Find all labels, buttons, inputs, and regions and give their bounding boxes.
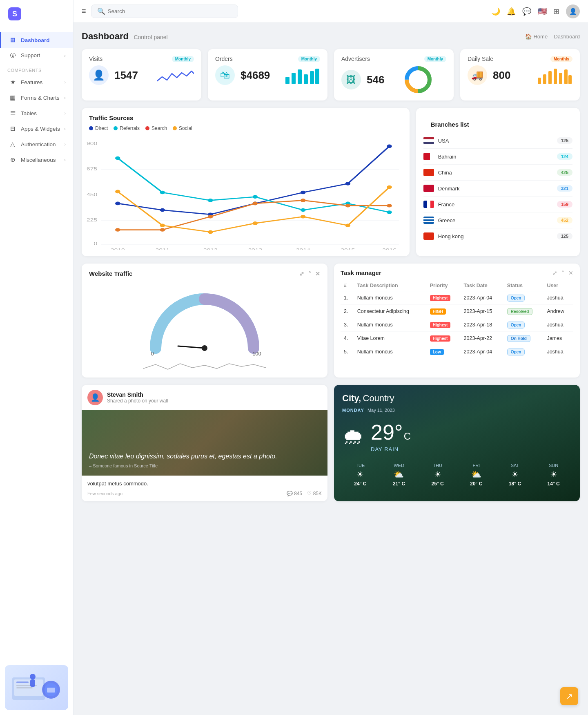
task-desc: Nullam rhoncus xyxy=(354,318,427,332)
stat-card-daily-sale: Daily Sale Monthly 🚚 800 xyxy=(460,49,580,101)
sidebar-item-label: Apps & Widgets xyxy=(21,126,60,132)
gauge-actions: ⤢ ˄ ✕ xyxy=(299,270,320,277)
task-manager-actions: ⤢ ˄ ✕ xyxy=(552,270,573,276)
branches-card: Branches list USA 125 Bahrain 124 Chi xyxy=(416,108,580,256)
branch-name: Denmark xyxy=(438,185,557,192)
social-user-name: Stevan Smith xyxy=(107,391,168,398)
avatar[interactable]: 👤 xyxy=(566,4,580,18)
forecast-temp: 20° C xyxy=(470,481,482,487)
forecast-day-label: TUE xyxy=(356,463,365,468)
weather-desc: DAY RAIN xyxy=(371,446,411,452)
page-header: Dashboard Control panel 🏠 Home – Dashboa… xyxy=(82,31,580,42)
expand-icon[interactable]: ⤢ xyxy=(552,270,557,276)
svg-point-55 xyxy=(301,208,306,212)
task-num: 1. xyxy=(341,291,354,305)
svg-text:2013: 2013 xyxy=(248,248,262,250)
forecast-icon: ☀ xyxy=(356,469,364,479)
sidebar-item-support[interactable]: 🛈 Support › xyxy=(0,48,73,63)
forecast-day: SUN ☀ 14° C xyxy=(535,463,572,487)
referrals-label: Referrals xyxy=(120,125,140,131)
list-item: Denmark 321 xyxy=(423,181,572,197)
sidebar-item-authentication[interactable]: △ Authentication › xyxy=(0,136,73,152)
daily-sale-icon: 🚚 xyxy=(468,65,487,85)
branch-badge: 452 xyxy=(557,217,572,223)
breadcrumb-home[interactable]: Home xyxy=(533,34,548,40)
expand-icon[interactable]: ⤢ xyxy=(299,270,304,277)
flag-icon[interactable]: 🇺🇸 xyxy=(538,7,547,16)
bell-icon[interactable]: 🔔 xyxy=(507,7,516,16)
flag-us xyxy=(423,137,434,144)
stat-card-visits: Visits Monthly 👤 1547 xyxy=(82,49,201,101)
hamburger-icon[interactable]: ≡ xyxy=(82,7,86,16)
task-status: Open xyxy=(504,318,544,332)
search-input[interactable] xyxy=(108,8,232,14)
sidebar-item-forms-charts[interactable]: ▦ Forms & Charts › xyxy=(0,90,73,105)
visits-icon: 👤 xyxy=(89,65,109,85)
sidebar-logo: S xyxy=(0,0,73,28)
svg-point-64 xyxy=(387,204,392,208)
flag-dk xyxy=(423,185,434,192)
task-desc: Nullam rhoncus xyxy=(354,291,427,305)
close-icon[interactable]: ✕ xyxy=(568,270,573,276)
col-desc: Task Description xyxy=(354,280,427,291)
orders-badge: Monthly xyxy=(298,56,320,62)
grid-icon[interactable]: ⊞ xyxy=(553,7,559,16)
social-meta: Few seconds ago 💬 845 ♡ 85K xyxy=(82,489,327,501)
sidebar-item-apps-widgets[interactable]: ⊟ Apps & Widgets › xyxy=(0,121,73,136)
task-manager-header: Task manager ⤢ ˄ ✕ xyxy=(341,269,573,276)
weather-date-row: MONDAY May 11, 2023 xyxy=(342,408,572,413)
referrals-color xyxy=(114,126,118,130)
svg-point-60 xyxy=(208,215,213,219)
social-card: 👤 Stevan Smith Shared a photo on your wa… xyxy=(82,385,327,501)
breadcrumb-sep: – xyxy=(549,34,552,40)
chevron-right-icon: › xyxy=(64,126,66,131)
svg-text:900: 900 xyxy=(87,141,97,146)
table-row: 2. Consectetur Adipiscing HIGH 2023-Apr-… xyxy=(341,305,573,318)
task-user: Joshua xyxy=(543,318,573,332)
search-icon: 🔍 xyxy=(97,7,105,15)
svg-rect-5 xyxy=(16,681,29,683)
logo-icon: S xyxy=(8,7,21,20)
sidebar-item-dashboard[interactable]: ⊞ Dashboard xyxy=(0,32,73,48)
branch-name: Greece xyxy=(438,217,557,223)
search-label: Search xyxy=(151,125,167,131)
weather-day: MONDAY xyxy=(342,408,364,413)
sidebar-item-miscellaneous[interactable]: ⊕ Miscellaneous › xyxy=(0,152,73,168)
search-bar[interactable]: 🔍 xyxy=(91,4,238,18)
forecast-day-label: SUN xyxy=(549,463,558,468)
mini-wave xyxy=(89,360,320,373)
traffic-sources-card: Traffic Sources Direct Referrals Search xyxy=(82,108,410,256)
list-item: Hong kong 125 xyxy=(423,228,572,244)
svg-rect-10 xyxy=(285,77,290,84)
task-priority: Highest xyxy=(427,291,461,305)
task-priority: Highest xyxy=(427,318,461,332)
apps-icon: ⊟ xyxy=(9,125,17,132)
chevron-right-icon: › xyxy=(64,142,66,147)
chevron-right-icon: › xyxy=(64,95,66,100)
advertisers-label: Advertisers xyxy=(341,56,370,62)
chevron-up-icon[interactable]: ˄ xyxy=(308,270,311,277)
flag-gr xyxy=(423,217,434,224)
sidebar-item-tables[interactable]: ☰ Tables › xyxy=(0,105,73,121)
sidebar-item-features[interactable]: ★ Features › xyxy=(0,74,73,90)
branches-list: USA 125 Bahrain 124 China 425 xyxy=(423,133,572,244)
task-table: # Task Description Priority Task Date St… xyxy=(341,280,573,358)
task-status: Open xyxy=(504,345,544,359)
fab-button[interactable]: ↗ xyxy=(560,687,578,705)
page-content: Dashboard Control panel 🏠 Home – Dashboa… xyxy=(74,23,588,715)
branch-badge: 425 xyxy=(557,169,572,176)
svg-rect-7 xyxy=(16,687,33,688)
forecast-day-label: THU xyxy=(433,463,442,468)
social-user-sub: Shared a photo on your wall xyxy=(107,398,168,404)
close-icon[interactable]: ✕ xyxy=(315,270,320,277)
like-count: ♡ 85K xyxy=(307,491,322,496)
table-row: 4. Vitae Lorem Highest 2023-Apr-22 On Ho… xyxy=(341,332,573,345)
social-time: Few seconds ago xyxy=(87,491,122,496)
chevron-up-icon[interactable]: ˄ xyxy=(561,270,564,276)
branches-title: Branches list xyxy=(423,114,572,130)
moon-icon[interactable]: 🌙 xyxy=(491,7,500,16)
chevron-right-icon: › xyxy=(64,53,66,58)
chat-icon[interactable]: 💬 xyxy=(522,7,531,16)
branch-badge: 125 xyxy=(557,233,572,239)
forecast-day: SAT ☀ 18° C xyxy=(497,463,533,487)
